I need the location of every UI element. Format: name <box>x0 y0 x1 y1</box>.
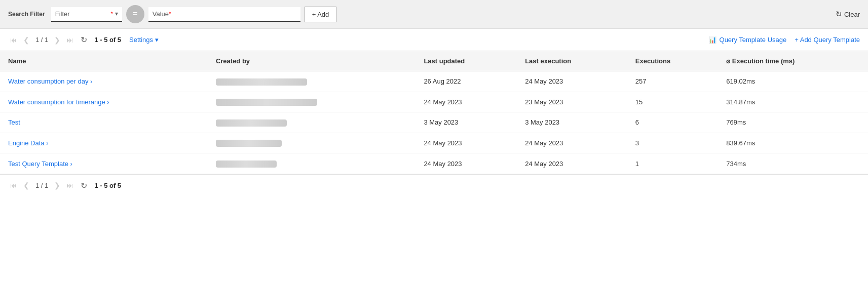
query-templates-table: Name Created by Last updated Last execut… <box>0 51 868 174</box>
table-row: Test Query Template ›contact.user 1234-5… <box>0 153 868 174</box>
cell-last-execution: 24 May 2023 <box>517 153 627 174</box>
add-query-template-label: + Add Query Template <box>795 36 860 44</box>
query-template-usage-button[interactable]: 📊 Query Template Usage <box>708 36 787 44</box>
col-avg-execution-time: ⌀ Execution time (ms) <box>718 51 868 71</box>
row-name-link[interactable]: Water consumption per day › <box>8 77 92 85</box>
query-template-usage-label: Query Template Usage <box>720 36 787 44</box>
cell-avg-execution-time: 734ms <box>718 153 868 174</box>
table-row: Testcontact.user 1234-563 May 20233 May … <box>0 112 868 133</box>
cell-last-updated: 26 Aug 2022 <box>416 71 517 92</box>
cell-name: Engine Data › <box>0 133 208 153</box>
bottom-page-current: 1 <box>35 182 39 189</box>
cell-created-by: contact.user@address.com 1234-5678 <box>208 92 416 112</box>
table-row: Engine Data ›contact.user 1234-5624 May … <box>0 133 868 153</box>
cell-last-execution: 24 May 2023 <box>517 71 627 92</box>
page-range: 1 - 5 of 5 <box>92 36 123 44</box>
cell-executions: 1 <box>627 153 718 174</box>
value-input-label: Value <box>153 10 169 18</box>
bottom-page-separator: / <box>41 182 43 189</box>
cell-avg-execution-time: 839.67ms <box>718 133 868 153</box>
filter-select-label: Filter <box>55 10 109 18</box>
row-name-link[interactable]: Water consumption for timerange › <box>8 98 109 106</box>
row-name-link[interactable]: Engine Data › <box>8 139 49 147</box>
cell-name: Test <box>0 112 208 133</box>
cell-executions: 15 <box>627 92 718 112</box>
page-separator: / <box>41 36 43 44</box>
row-name-link[interactable]: Test Query Template › <box>8 160 72 168</box>
col-last-updated: Last updated <box>416 51 517 71</box>
cell-created-by: contact.user 1234-56 <box>208 112 416 133</box>
cell-avg-execution-time: 769ms <box>718 112 868 133</box>
filter-chevron-down-icon: ▾ <box>115 10 118 17</box>
prev-page-button[interactable]: ❮ <box>21 35 31 45</box>
page-total: 1 <box>45 36 48 44</box>
cell-last-execution: 23 May 2023 <box>517 92 627 112</box>
settings-chevron-down-icon: ▾ <box>155 36 159 44</box>
clear-button-label: Clear <box>844 11 860 18</box>
refresh-icon: ↻ <box>836 10 842 19</box>
add-button-label: + Add <box>312 11 329 18</box>
bottom-page-indicator: 1 / 1 <box>33 182 50 189</box>
add-button[interactable]: + Add <box>305 7 337 22</box>
cell-executions: 257 <box>627 71 718 92</box>
equals-symbol: = <box>133 10 137 19</box>
clear-button[interactable]: ↻ Clear <box>836 10 860 19</box>
filter-required-marker: * <box>110 11 112 17</box>
last-page-button[interactable]: ⏭ <box>64 35 76 45</box>
table-row: Water consumption per day ›contact.user@… <box>0 71 868 92</box>
col-created-by: Created by <box>208 51 416 71</box>
bottom-next-page-button[interactable]: ❯ <box>52 180 62 190</box>
toolbar: ⏮ ❮ 1 / 1 ❯ ⏭ ↻ 1 - 5 of 5 Settings ▾ 📊 … <box>0 29 868 51</box>
add-query-template-button[interactable]: + Add Query Template <box>795 36 860 44</box>
next-page-button[interactable]: ❯ <box>52 35 62 45</box>
toolbar-left: ⏮ ❮ 1 / 1 ❯ ⏭ ↻ 1 - 5 of 5 Settings ▾ <box>8 34 705 46</box>
toolbar-right: 📊 Query Template Usage + Add Query Templ… <box>708 36 860 44</box>
cell-name: Test Query Template › <box>0 153 208 174</box>
search-filter-label: Search Filter <box>8 11 45 18</box>
cell-last-updated: 24 May 2023 <box>416 92 517 112</box>
equals-button[interactable]: = <box>126 5 144 23</box>
bottom-toolbar: ⏮ ❮ 1 / 1 ❯ ⏭ ↻ 1 - 5 of 5 <box>0 174 868 196</box>
row-name-link[interactable]: Test <box>8 118 20 126</box>
bottom-page-total: 1 <box>45 182 48 189</box>
cell-last-updated: 3 May 2023 <box>416 112 517 133</box>
value-required-marker: * <box>169 11 171 17</box>
col-last-execution: Last execution <box>517 51 627 71</box>
first-page-button[interactable]: ⏮ <box>8 35 19 45</box>
cell-last-execution: 24 May 2023 <box>517 133 627 153</box>
table-body: Water consumption per day ›contact.user@… <box>0 71 868 174</box>
cell-created-by: contact.user 1234-56 <box>208 153 416 174</box>
cell-last-updated: 24 May 2023 <box>416 153 517 174</box>
bottom-last-page-button[interactable]: ⏭ <box>64 180 76 190</box>
cell-avg-execution-time: 314.87ms <box>718 92 868 112</box>
cell-name: Water consumption for timerange › <box>0 92 208 112</box>
search-filter-bar: Search Filter Filter * ▾ = Value * + Add… <box>0 0 868 29</box>
bottom-first-page-button[interactable]: ⏮ <box>8 180 19 190</box>
cell-avg-execution-time: 619.02ms <box>718 71 868 92</box>
cell-executions: 6 <box>627 112 718 133</box>
bottom-prev-page-button[interactable]: ❮ <box>21 180 31 190</box>
col-name: Name <box>0 51 208 71</box>
value-input-wrap[interactable]: Value * <box>148 7 300 22</box>
bottom-page-range: 1 - 5 of 5 <box>92 182 123 189</box>
settings-button[interactable]: Settings ▾ <box>129 36 159 44</box>
settings-label: Settings <box>129 36 153 44</box>
refresh-button[interactable]: ↻ <box>78 34 90 46</box>
table-header: Name Created by Last updated Last execut… <box>0 51 868 71</box>
cell-name: Water consumption per day › <box>0 71 208 92</box>
cell-last-execution: 3 May 2023 <box>517 112 627 133</box>
cell-created-by: contact.user@address.com 1234-5678 <box>208 71 416 92</box>
page-indicator: 1 / 1 <box>33 36 50 44</box>
filter-select[interactable]: Filter * ▾ <box>51 7 122 22</box>
cell-executions: 3 <box>627 133 718 153</box>
page-current: 1 <box>35 36 39 44</box>
bottom-refresh-button[interactable]: ↻ <box>78 180 90 191</box>
table-row: Water consumption for timerange ›contact… <box>0 92 868 112</box>
table-header-row: Name Created by Last updated Last execut… <box>0 51 868 71</box>
query-template-usage-icon: 📊 <box>708 36 716 44</box>
cell-created-by: contact.user 1234-56 <box>208 133 416 153</box>
cell-last-updated: 24 May 2023 <box>416 133 517 153</box>
col-executions: Executions <box>627 51 718 71</box>
